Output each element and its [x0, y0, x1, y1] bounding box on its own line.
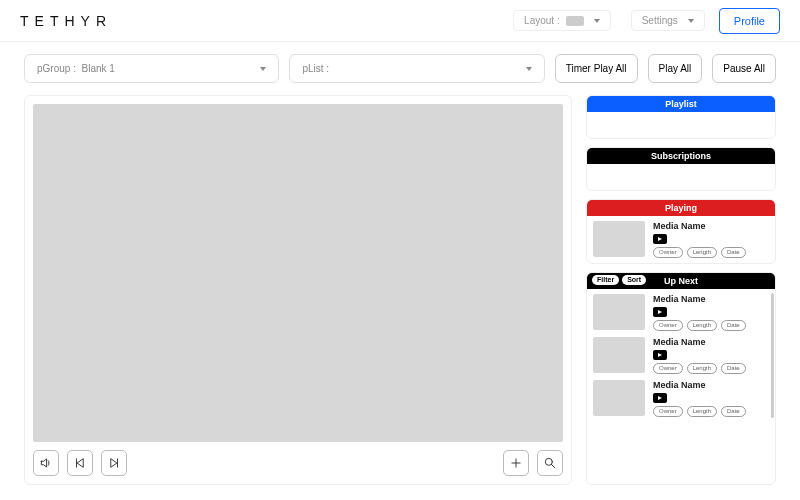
playlist-panel: Playlist	[586, 95, 776, 139]
upnext-header: Filter Sort Up Next	[587, 273, 775, 289]
chevron-down-icon	[260, 67, 266, 71]
badge-length: Length	[687, 247, 717, 258]
badge-length: Length	[687, 320, 717, 331]
svg-marker-2	[111, 459, 117, 467]
sort-button[interactable]: Sort	[622, 275, 646, 285]
media-thumbnail	[593, 294, 645, 330]
toolbar: pGroup : Blank 1 pList : Timer Play All …	[0, 42, 800, 87]
play-all-button[interactable]: Play All	[648, 54, 703, 83]
video-viewport[interactable]	[33, 104, 563, 442]
upnext-item[interactable]: Media Name Owner Length Date	[593, 380, 769, 417]
badge-owner: Owner	[653, 406, 683, 417]
layout-swatch-icon	[566, 16, 584, 26]
plus-icon	[509, 456, 523, 470]
add-button[interactable]	[503, 450, 529, 476]
profile-button[interactable]: Profile	[719, 8, 780, 34]
player-controls	[33, 442, 563, 476]
next-button[interactable]	[101, 450, 127, 476]
play-icon[interactable]	[653, 307, 667, 317]
brand-logo: TETHYR	[20, 13, 112, 29]
upnext-item[interactable]: Media Name Owner Length Date	[593, 294, 769, 331]
badge-owner: Owner	[653, 363, 683, 374]
plist-select[interactable]: pList :	[289, 54, 544, 83]
badge-date: Date	[721, 320, 746, 331]
filter-button[interactable]: Filter	[592, 275, 619, 285]
volume-button[interactable]	[33, 450, 59, 476]
pause-all-button[interactable]: Pause All	[712, 54, 776, 83]
badge-date: Date	[721, 247, 746, 258]
plist-text: pList :	[302, 63, 331, 74]
media-title: Media Name	[653, 221, 769, 231]
media-title: Media Name	[653, 380, 769, 390]
media-title: Media Name	[653, 337, 769, 347]
pgroup-select[interactable]: pGroup : Blank 1	[24, 54, 279, 83]
chevron-down-icon	[688, 19, 694, 23]
playing-item[interactable]: Media Name Owner Length Date	[593, 221, 769, 258]
play-icon[interactable]	[653, 393, 667, 403]
badge-owner: Owner	[653, 247, 683, 258]
main-area: Playlist Subscriptions Playing Media Nam…	[0, 87, 800, 497]
badge-date: Date	[721, 406, 746, 417]
media-thumbnail	[593, 337, 645, 373]
skip-back-icon	[73, 456, 87, 470]
playlist-header: Playlist	[587, 96, 775, 112]
play-icon[interactable]	[653, 350, 667, 360]
badge-length: Length	[687, 406, 717, 417]
playing-header: Playing	[587, 200, 775, 216]
playlist-body	[587, 112, 775, 138]
chevron-down-icon	[526, 67, 532, 71]
settings-label: Settings	[642, 15, 678, 26]
badge-owner: Owner	[653, 320, 683, 331]
subscriptions-header: Subscriptions	[587, 148, 775, 164]
upnext-panel: Filter Sort Up Next Media Name Owner Len…	[586, 272, 776, 485]
side-column: Playlist Subscriptions Playing Media Nam…	[586, 95, 776, 485]
playing-body: Media Name Owner Length Date	[587, 216, 775, 263]
upnext-title: Up Next	[664, 276, 698, 286]
skip-forward-icon	[107, 456, 121, 470]
layout-select[interactable]: Layout :	[513, 10, 611, 31]
search-icon	[543, 456, 557, 470]
media-thumbnail	[593, 221, 645, 257]
subscriptions-body	[587, 164, 775, 190]
pgroup-text: pGroup : Blank 1	[37, 63, 115, 74]
layout-label: Layout :	[524, 15, 560, 26]
upnext-body: Media Name Owner Length Date Media Name	[587, 289, 775, 422]
app-header: TETHYR Layout : Settings Profile	[0, 0, 800, 42]
settings-select[interactable]: Settings	[631, 10, 705, 31]
svg-marker-0	[77, 459, 83, 467]
timer-play-all-button[interactable]: Timer Play All	[555, 54, 638, 83]
prev-button[interactable]	[67, 450, 93, 476]
media-thumbnail	[593, 380, 645, 416]
scrollbar[interactable]	[771, 293, 774, 418]
volume-icon	[39, 456, 53, 470]
playing-panel: Playing Media Name Owner Length Date	[586, 199, 776, 264]
badge-date: Date	[721, 363, 746, 374]
chevron-down-icon	[594, 19, 600, 23]
subscriptions-panel: Subscriptions	[586, 147, 776, 191]
badge-row: Owner Length Date	[653, 247, 769, 258]
player-panel	[24, 95, 572, 485]
media-title: Media Name	[653, 294, 769, 304]
search-button[interactable]	[537, 450, 563, 476]
upnext-item[interactable]: Media Name Owner Length Date	[593, 337, 769, 374]
svg-line-7	[551, 464, 554, 467]
play-icon[interactable]	[653, 234, 667, 244]
badge-length: Length	[687, 363, 717, 374]
